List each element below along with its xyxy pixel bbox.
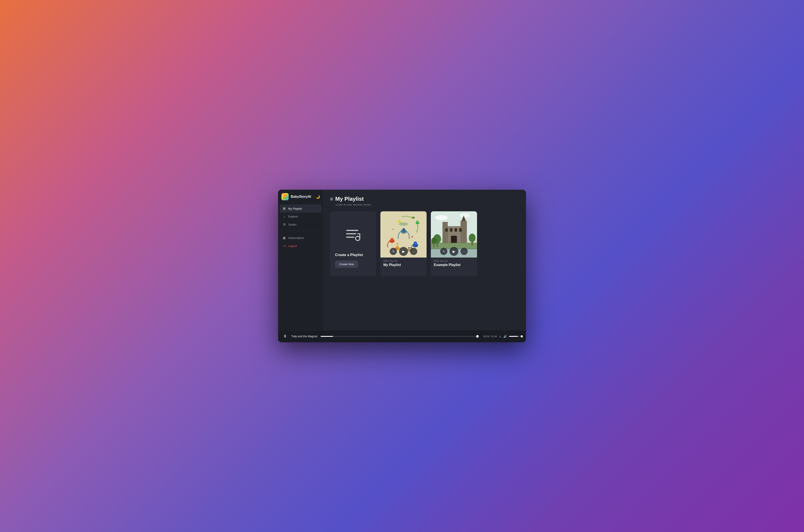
sidebar-item-label-explore: Explore xyxy=(288,215,298,218)
progress-bar[interactable] xyxy=(321,336,477,337)
studio-nav-icon: ⚙ xyxy=(282,223,286,226)
volume-fill xyxy=(509,336,518,337)
playlist-grid: Create a Playlist Create Now xyxy=(330,211,520,276)
more-example-playlist-button[interactable]: ··· xyxy=(460,248,468,255)
volume-icon: 🔊 xyxy=(503,335,507,338)
create-card-title: Create a Playlist xyxy=(335,253,363,257)
page-subtitle: Listen to your favorite stories. xyxy=(336,203,520,206)
logo-emoji: 🌈 xyxy=(283,194,287,199)
nav-section-secondary: ▣ Subscription ⇥ Logout xyxy=(278,233,323,251)
svg-point-32 xyxy=(435,215,448,220)
subscription-icon: ▣ xyxy=(282,236,286,240)
page-title: My Playlist xyxy=(335,196,364,202)
svg-point-28 xyxy=(411,236,413,238)
music-playlist-icon xyxy=(345,226,362,243)
logo-icon: 🌈 xyxy=(282,193,289,200)
example-playlist-image: ✎ ▶ ··· xyxy=(431,211,477,258)
progress-thumb xyxy=(476,335,479,338)
my-playlist-name: My Playlist xyxy=(383,263,424,267)
svg-point-3 xyxy=(356,236,360,241)
logout-icon: ⇥ xyxy=(282,244,286,248)
svg-rect-40 xyxy=(455,228,457,232)
edit-my-playlist-button[interactable]: ✎ xyxy=(390,248,397,255)
player-right: 00:06 / 02:44 ∧ 🔊 xyxy=(481,335,522,338)
pause-button[interactable]: ⏸ xyxy=(282,333,288,339)
svg-rect-39 xyxy=(450,228,453,232)
logo-area: 🌈 BabyStoryAI 🌙 xyxy=(278,193,323,204)
nav-section-main: ⊞ My Playlist ♪ Explore ⚙ Studio xyxy=(278,204,323,229)
svg-point-33 xyxy=(459,213,470,218)
svg-rect-42 xyxy=(451,236,457,243)
main-content: ⊞ My Playlist Listen to your favorite st… xyxy=(324,190,526,330)
play-my-playlist-button[interactable]: ▶ xyxy=(399,247,408,256)
app-window: 🌈 BabyStoryAI 🌙 ⊞ My Playlist ♪ Explore … xyxy=(278,190,526,342)
logo-text: BabyStoryAI xyxy=(291,195,311,198)
create-playlist-card: Create a Playlist Create Now xyxy=(330,211,376,276)
playlist-card-example[interactable]: ✎ ▶ ··· 2023, Dec 26 Example Playlist xyxy=(431,211,477,276)
svg-rect-41 xyxy=(459,228,462,232)
time-total: 02:44 xyxy=(491,335,497,338)
progress-area[interactable] xyxy=(321,336,477,337)
svg-rect-36 xyxy=(460,221,467,243)
player-time: 00:06 / 02:44 xyxy=(483,335,497,338)
page-title-row: ⊞ My Playlist xyxy=(330,196,520,202)
time-current: 00:06 xyxy=(483,335,489,338)
svg-point-15 xyxy=(414,242,417,245)
sidebar-item-my-playlist[interactable]: ⊞ My Playlist xyxy=(280,205,322,213)
edit-example-playlist-button[interactable]: ✎ xyxy=(440,248,447,255)
svg-point-11 xyxy=(403,228,405,230)
more-my-playlist-button[interactable]: ··· xyxy=(410,248,417,255)
example-playlist-date: 2023, Dec 26 xyxy=(434,260,474,262)
track-name: Tulip and the Magical xyxy=(291,335,317,338)
svg-rect-38 xyxy=(445,228,448,232)
svg-point-13 xyxy=(390,238,394,241)
play-example-playlist-button[interactable]: ▶ xyxy=(449,247,458,256)
example-playlist-info: 2023, Dec 26 Example Playlist xyxy=(431,258,477,270)
svg-point-24 xyxy=(399,220,400,222)
sidebar-logout-label: Logout xyxy=(288,244,297,248)
sidebar-item-logout[interactable]: ⇥ Logout xyxy=(280,242,322,250)
svg-rect-35 xyxy=(442,222,448,243)
volume-thumb xyxy=(521,335,523,338)
playlist-card-my-playlist[interactable]: ✎ ▶ ··· 2023, Dec 26 My Playlist xyxy=(380,211,426,276)
my-playlist-overlay: ✎ ▶ ··· xyxy=(380,245,426,258)
expand-player-button[interactable]: ∧ xyxy=(499,335,501,338)
sidebar: 🌈 BabyStoryAI 🌙 ⊞ My Playlist ♪ Explore … xyxy=(278,190,324,330)
my-playlist-date: 2023, Dec 26 xyxy=(383,260,424,262)
svg-point-8 xyxy=(411,216,415,219)
my-playlist-info: 2023, Dec 26 My Playlist xyxy=(380,258,426,270)
svg-point-26 xyxy=(416,221,419,223)
explore-nav-icon: ♪ xyxy=(282,215,286,218)
create-icon-area xyxy=(335,220,371,249)
create-now-button[interactable]: Create Now xyxy=(335,261,358,268)
sidebar-subscription-label: Subscription xyxy=(288,236,304,240)
svg-point-7 xyxy=(399,222,408,226)
app-body: 🌈 BabyStoryAI 🌙 ⊞ My Playlist ♪ Explore … xyxy=(278,190,526,330)
dark-mode-button[interactable]: 🌙 xyxy=(316,195,320,199)
sidebar-item-studio[interactable]: ⚙ Studio xyxy=(280,221,322,228)
volume-bar[interactable] xyxy=(509,336,522,337)
progress-fill xyxy=(321,336,333,337)
sidebar-item-label-my-playlist: My Playlist xyxy=(288,207,302,210)
sidebar-item-label-studio: Studio xyxy=(288,223,296,226)
nav-divider xyxy=(282,231,320,231)
example-playlist-name: Example Playlist xyxy=(434,263,474,267)
sidebar-item-subscription[interactable]: ▣ Subscription xyxy=(280,234,322,242)
example-playlist-overlay: ✎ ▶ ··· xyxy=(431,245,477,258)
playlist-nav-icon: ⊞ xyxy=(282,207,286,210)
page-title-icon: ⊞ xyxy=(330,197,333,201)
sidebar-item-explore[interactable]: ♪ Explore xyxy=(280,213,322,221)
svg-point-47 xyxy=(469,233,476,242)
bottom-player: ⏸ Tulip and the Magical 00:06 / 02:44 ∧ … xyxy=(278,330,526,342)
my-playlist-image: ✎ ▶ ··· xyxy=(380,211,426,258)
page-header: ⊞ My Playlist Listen to your favorite st… xyxy=(330,196,520,206)
svg-point-27 xyxy=(393,229,394,230)
